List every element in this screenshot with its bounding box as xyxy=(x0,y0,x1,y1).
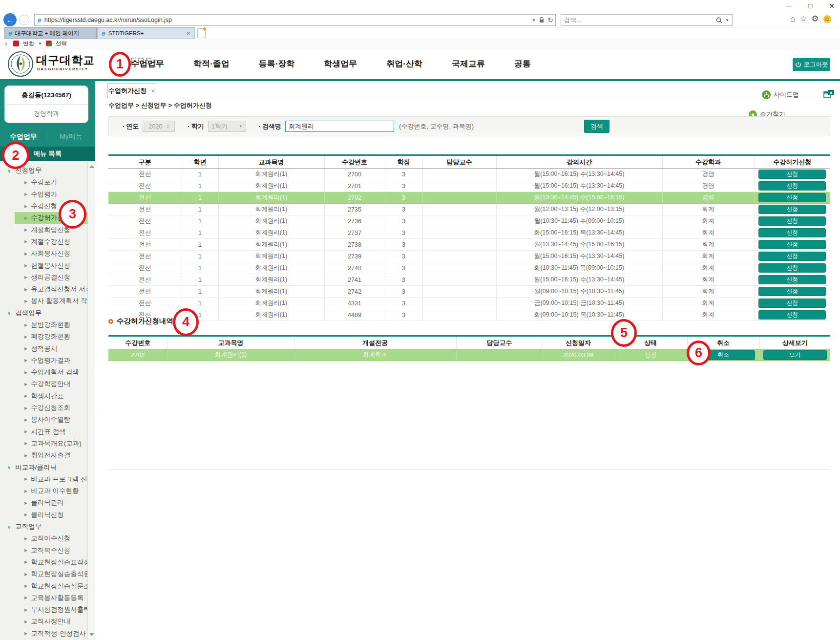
sidebar-item-수업평가결과[interactable]: ▶수업평가결과 xyxy=(0,355,95,366)
sidebar-item-교직사정안내[interactable]: ▶교직사정안내 xyxy=(0,616,95,627)
apply-button[interactable]: 신청 xyxy=(758,287,826,296)
nav-item-국제교류[interactable]: 국제교류 xyxy=(452,58,485,69)
sidebar-item-교직적성·인성검사[interactable]: ▶교직적성·인성검사 xyxy=(0,628,95,640)
sidebar-tab-class-work[interactable]: 수업업무 xyxy=(0,132,47,141)
application-row[interactable]: 2702회계원리(1)회계학과2020.03.09신청취소보기 xyxy=(108,349,830,361)
content-tab-close-icon[interactable]: ✕ xyxy=(151,88,155,94)
sidebar-item-헌혈봉사신청[interactable]: ▶헌혈봉사신청 xyxy=(0,259,95,271)
sidebar-item-교육봉사활동등록[interactable]: ▶교육봉사활동등록 xyxy=(0,592,95,604)
apply-button[interactable]: 신청 xyxy=(758,181,826,191)
nav-item-수업업무[interactable]: 수업업무 xyxy=(131,58,164,69)
browser-search-box[interactable]: 검색... ▼ xyxy=(561,14,733,26)
course-row[interactable]: 전선1회계원리(1)27023월(13:30~14:45) 수(15:00~16… xyxy=(108,192,830,204)
refresh-icon[interactable]: ↻ xyxy=(547,16,553,24)
sidebar-item-학생시간표[interactable]: ▶학생시간표 xyxy=(0,390,95,402)
sidebar-item-수강포기[interactable]: ▶수강포기 xyxy=(0,176,95,188)
course-row[interactable]: 전선1회계원리(1)27413월(15:00~16:15) 수(13:30~14… xyxy=(108,274,830,286)
sidebar-item-수업계획서 검색[interactable]: ▶수업계획서 검색 xyxy=(0,366,95,378)
search-dropdown-icon[interactable]: ▼ xyxy=(725,18,729,22)
sidebar-section-비교과/클리닉[interactable]: ∨비교과/클리닉 xyxy=(0,461,95,473)
sitemap-link[interactable]: 사이트맵 xyxy=(762,90,799,99)
tab-close-icon[interactable]: ✕ xyxy=(187,31,190,36)
sidebar-item-봉사 활동계획서 작성[interactable]: ▶봉사 활동계획서 작성 xyxy=(0,295,95,307)
sidebar-item-계절희망신청[interactable]: ▶계절희망신청 xyxy=(0,224,95,235)
spinner-arrows-icon[interactable]: ▲▼ xyxy=(167,124,169,129)
keyword-input[interactable] xyxy=(285,121,394,132)
course-row[interactable]: 전선1회계원리(1)27423월(09:00~10:15) 수(10:30~11… xyxy=(108,286,830,298)
nav-item-학생업무[interactable]: 학생업무 xyxy=(324,58,357,69)
feedback-smiley-icon[interactable]: ☺ xyxy=(823,15,831,23)
new-tab-button[interactable]: ✱ xyxy=(197,28,206,38)
sidebar-item-사회봉사신청[interactable]: ▶사회봉사신청 xyxy=(0,248,95,259)
course-row[interactable]: 전선1회계원리(1)27383월(13:30~14:45) 수(15:00~16… xyxy=(108,239,830,251)
logout-button[interactable]: 로그아웃 xyxy=(793,58,830,71)
sidebar-item-교과목개요(교과)[interactable]: ▶교과목개요(교과) xyxy=(0,438,95,449)
sidebar-section-검색업무[interactable]: ∨검색업무 xyxy=(0,307,95,319)
close-all-tabs-icon[interactable]: x xyxy=(823,90,835,99)
sidebar-item-교직이수신청[interactable]: ▶교직이수신청 xyxy=(0,533,95,544)
sidebar-item-성적공시[interactable]: ▶성적공시 xyxy=(0,342,95,354)
course-row[interactable]: 전선1회계원리(1)27403화(10:30~11:45) 목(09:00~10… xyxy=(108,262,830,274)
course-row[interactable]: 전선1회계원리(1)44893화(09:00~10:15) 목(10:30~11… xyxy=(108,309,830,321)
apply-button[interactable]: 신청 xyxy=(758,263,826,273)
sidebar-item-계절수강신청[interactable]: ▶계절수강신청 xyxy=(0,236,95,248)
course-row[interactable]: 전선1회계원리(1)43313금(09:00~10:15) 금(10:30~11… xyxy=(108,298,830,309)
sidebar-item-시간표 검색[interactable]: ▶시간표 검색 xyxy=(0,426,95,438)
nav-item-공통[interactable]: 공통 xyxy=(514,58,531,69)
sidebar-item-학교현장실습설문조사[interactable]: ▶학교현장실습설문조사 xyxy=(0,580,95,592)
sidebar-item-클리닉신청[interactable]: ▶클리닉신청 xyxy=(0,509,95,521)
sidebar-item-수강학점안내[interactable]: ▶수강학점안내 xyxy=(0,378,95,390)
sidebar-item-무시험검정원서출력[interactable]: ▶무시험검정원서출력 xyxy=(0,604,95,616)
course-row[interactable]: 전선1회계원리(1)27013월(15:00~16:15) 수(13:30~14… xyxy=(108,180,830,192)
sidebar-item-분반강좌현황[interactable]: ▶분반강좌현황 xyxy=(0,319,95,331)
sidebar-item-봉사이수열람[interactable]: ▶봉사이수열람 xyxy=(0,414,95,426)
search-button[interactable]: 검색 xyxy=(584,120,609,133)
sidebar-item-비교과 이수현황[interactable]: ▶비교과 이수현황 xyxy=(0,485,95,497)
sidebar-item-학교현장실습표작성[interactable]: ▶학교현장실습표작성 xyxy=(0,556,95,568)
favorites-star-icon[interactable]: ☆ xyxy=(799,14,807,24)
year-spinner[interactable]: 2020 ▲▼ xyxy=(143,121,175,132)
apply-button[interactable]: 신청 xyxy=(758,193,826,202)
apply-button[interactable]: 신청 xyxy=(758,170,826,179)
apply-button[interactable]: 신청 xyxy=(758,228,826,237)
scroll-up-icon[interactable] xyxy=(89,165,94,168)
sidebar-item-생리공결신청[interactable]: ▶생리공결신청 xyxy=(0,272,95,283)
forward-button[interactable]: → xyxy=(19,15,29,25)
apply-button[interactable]: 신청 xyxy=(758,216,826,226)
sidebar-item-수강신청조회[interactable]: ▶수강신청조회 xyxy=(0,402,95,414)
apply-button[interactable]: 신청 xyxy=(758,299,826,308)
select-button[interactable]: 선택 xyxy=(56,40,67,47)
window-minimize-button[interactable]: ─ xyxy=(784,2,793,10)
content-tab[interactable]: 수업허가신청 ✕ xyxy=(107,83,156,98)
sidebar-item-클리닉관리[interactable]: ▶클리닉관리 xyxy=(0,497,95,509)
semester-select[interactable]: 1학기 ▼ xyxy=(208,121,246,132)
convert-button[interactable]: 변환 xyxy=(23,40,34,47)
nav-item-취업·산학[interactable]: 취업·산학 xyxy=(386,58,422,69)
course-row[interactable]: 전선1회계원리(1)27003월(15:00~16:15) 수(13:30~14… xyxy=(108,169,830,180)
settings-gear-icon[interactable]: ⚙ xyxy=(812,14,819,24)
sidebar-item-학교현장실습출석원[interactable]: ▶학교현장실습출석원 xyxy=(0,568,95,580)
browser-tab-stdtigers[interactable]: e STDTIGERS+ ✕ xyxy=(97,27,195,39)
apply-button[interactable]: 신청 xyxy=(758,310,826,320)
home-icon[interactable]: ⌂ xyxy=(790,14,795,24)
url-dropdown-icon[interactable]: ▼ xyxy=(532,18,536,22)
course-row[interactable]: 전선1회계원리(1)27393월(15:00~16:15) 수(13:30~14… xyxy=(108,251,830,262)
scroll-down-icon[interactable] xyxy=(89,633,94,636)
sidebar-tab-my-menu[interactable]: My메뉴 xyxy=(47,132,95,141)
window-close-button[interactable]: ✕ xyxy=(827,2,836,10)
sidebar-item-폐강강좌현황[interactable]: ▶폐강강좌현황 xyxy=(0,331,95,342)
course-row[interactable]: 전선1회계원리(1)27363월(10:30~11:45) 수(09:00~10… xyxy=(108,215,830,227)
search-icon[interactable] xyxy=(716,17,722,23)
window-maximize-button[interactable]: □ xyxy=(806,2,815,10)
course-row[interactable]: 전선1회계원리(1)27353월(12:00~13:15) 수(12:00~13… xyxy=(108,204,830,215)
sidebar-section-교직업무[interactable]: ∨교직업무 xyxy=(0,521,95,533)
nav-item-학적·졸업[interactable]: 학적·졸업 xyxy=(193,58,230,69)
course-row[interactable]: 전선1회계원리(1)27373화(15:00~16:15) 목(13:30~14… xyxy=(108,227,830,239)
browser-tab-main-page[interactable]: e 대구대학교 + 메인 페이지 xyxy=(4,27,97,39)
nav-item-등록·장학[interactable]: 등록·장학 xyxy=(259,58,295,69)
sidebar-item-수업평가[interactable]: ▶수업평가 xyxy=(0,189,95,200)
sidebar-scrollbar[interactable] xyxy=(87,161,95,640)
sidebar-item-취업전자출결[interactable]: ▶취업전자출결 xyxy=(0,449,95,461)
convert-dropdown-icon[interactable]: ▼ xyxy=(38,42,42,46)
sidebar-item-유고결석신청서 서식[interactable]: ▶유고결석신청서 서식 xyxy=(0,283,95,295)
